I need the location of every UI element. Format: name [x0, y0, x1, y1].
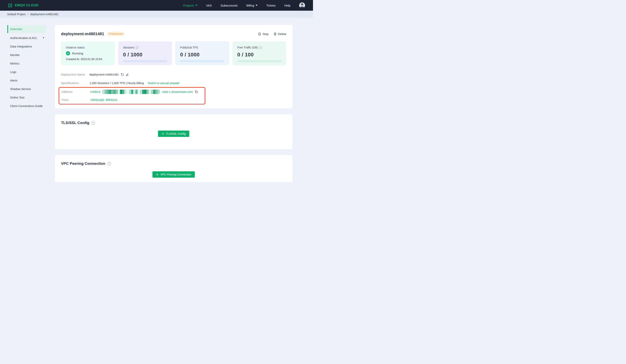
svg-text:?: ?: [137, 46, 138, 48]
sidebar-item-alerts[interactable]: Alerts: [7, 76, 46, 85]
help-icon[interactable]: ?: [136, 46, 139, 49]
sidebar-item-data-integrations[interactable]: Data Integrations: [7, 42, 46, 51]
copy-icon[interactable]: [120, 73, 124, 76]
vpc-peering-title: VPC Peering Connection: [61, 161, 105, 166]
chevron-down-icon: [43, 37, 44, 38]
annotation-highlight-box: Address: m48014 -east-1.amazonaws.com: [59, 87, 205, 105]
tls-ssl-title: TLS/SSL Config: [61, 121, 89, 125]
copy-icon[interactable]: [195, 90, 198, 93]
delete-button[interactable]: Delete: [274, 33, 286, 36]
breadcrumb-project[interactable]: Default Project: [7, 13, 26, 16]
help-icon[interactable]: ?: [91, 121, 95, 125]
status-text: Running: [72, 52, 83, 55]
user-avatar[interactable]: [299, 2, 305, 8]
nav-tickets[interactable]: Tickets: [266, 4, 275, 7]
plus-icon: [156, 173, 158, 176]
sidebar-item-logs[interactable]: Logs: [7, 68, 46, 76]
traffic-value: 0 / 100: [237, 52, 281, 58]
deployment-name-value: deployment-m4801481: [89, 73, 119, 76]
sessions-card: Sessions ? 0 / 1000: [118, 41, 172, 65]
deployment-info: Deployment Name: deployment-m4801481: [61, 70, 286, 105]
trash-icon: [274, 33, 276, 36]
nav-vas[interactable]: VAS: [206, 4, 212, 7]
pubsub-tps-card: Pub&Sub TPS 0 / 1000: [175, 41, 229, 65]
address-suffix: -east-1.amazonaws.com: [161, 90, 193, 93]
breadcrumb: Default Project / deployment-m4801481: [0, 11, 313, 18]
tps-progressbar: [180, 60, 224, 62]
edit-icon[interactable]: [125, 73, 129, 76]
top-navbar: EMQX CLOUD Projects VAS Subaccounts Bill…: [0, 0, 313, 11]
nav-help[interactable]: Help: [284, 4, 290, 7]
free-traffic-card: Free Traffic (GB) ? 0 / 100: [233, 41, 286, 65]
sessions-value: 0 / 1000: [123, 52, 167, 58]
help-icon[interactable]: ?: [259, 46, 262, 49]
specifications-value: 1,000 Sessions / 1,000 TPS | Hourly bill…: [89, 81, 144, 85]
instance-status-card: Instance status Running Created At: 2023…: [61, 41, 115, 65]
svg-text:?: ?: [109, 162, 110, 165]
stop-icon: [258, 33, 261, 36]
created-at: Created At: 2023.01.05 15:54: [66, 58, 110, 61]
switch-annual-prepaid-link[interactable]: Switch to annual prepaid: [148, 81, 179, 85]
emqx-logo-icon: [7, 3, 13, 8]
stat-cards: Instance status Running Created At: 2023…: [61, 41, 286, 65]
main-content: deployment-m4801481 Professional Stop: [55, 25, 292, 182]
specifications-row: Specifications: 1,000 Sessions / 1,000 T…: [61, 79, 286, 87]
deployment-overview-card: deployment-m4801481 Professional Stop: [55, 25, 292, 109]
sidebar-item-metrics[interactable]: Metrics: [7, 59, 46, 68]
sidebar: Overview Authentication & ACL Data Integ…: [7, 25, 46, 110]
top-nav-menu: Projects VAS Subaccounts Billing Tickets…: [183, 2, 305, 8]
nav-projects[interactable]: Projects: [183, 4, 197, 7]
help-icon[interactable]: ?: [107, 162, 111, 166]
tps-value: 0 / 1000: [180, 52, 224, 58]
breadcrumb-deployment: deployment-m4801481: [30, 13, 59, 16]
stop-button[interactable]: Stop: [258, 33, 269, 36]
address-redaction: [102, 90, 160, 94]
ports-row: Ports: 1883(mqtt), 8083(ws): [62, 96, 205, 104]
ports-value: 1883(mqtt), 8083(ws): [90, 98, 117, 102]
add-tls-ssl-config-button[interactable]: TLS/SSL Config: [158, 131, 189, 137]
nav-billing[interactable]: Billing: [246, 4, 258, 7]
svg-text:?: ?: [260, 46, 261, 48]
sessions-progressbar: [123, 60, 167, 62]
address-row: Address: m48014 -east-1.amazonaws.com: [62, 88, 205, 96]
breadcrumb-separator: /: [28, 13, 28, 16]
chevron-down-icon: [196, 5, 197, 6]
address-prefix: m48014: [90, 90, 100, 93]
sidebar-item-shadow-service[interactable]: Shadow Service: [7, 85, 46, 93]
vpc-peering-section: VPC Peering Connection ? VPC Peering Con…: [55, 155, 292, 182]
nav-subaccounts[interactable]: Subaccounts: [220, 4, 237, 7]
sidebar-item-overview[interactable]: Overview: [7, 25, 46, 33]
svg-text:?: ?: [93, 122, 94, 124]
plus-icon: [161, 133, 164, 135]
brand-name: EMQX CLOUD: [15, 3, 39, 7]
check-circle-icon: [66, 51, 70, 55]
sidebar-item-online-test[interactable]: Online Test: [7, 93, 46, 102]
deployment-name-row: Deployment Name: deployment-m4801481: [61, 70, 286, 79]
sidebar-item-authentication-acl[interactable]: Authentication & ACL: [7, 34, 46, 42]
traffic-progressbar: [237, 60, 281, 62]
chevron-down-icon: [256, 5, 258, 6]
tls-ssl-section: TLS/SSL Config ? TLS/SSL Config: [55, 114, 292, 149]
sidebar-item-client-connections-guide[interactable]: Client Connections Guide: [7, 102, 46, 110]
add-vpc-peering-button[interactable]: VPC Peering Connection: [153, 171, 195, 178]
emqx-brand[interactable]: EMQX CLOUD: [7, 3, 39, 8]
plan-badge: Professional: [107, 32, 125, 36]
sidebar-item-monitor[interactable]: Monitor: [7, 51, 46, 59]
deployment-title: deployment-m4801481: [61, 32, 104, 36]
